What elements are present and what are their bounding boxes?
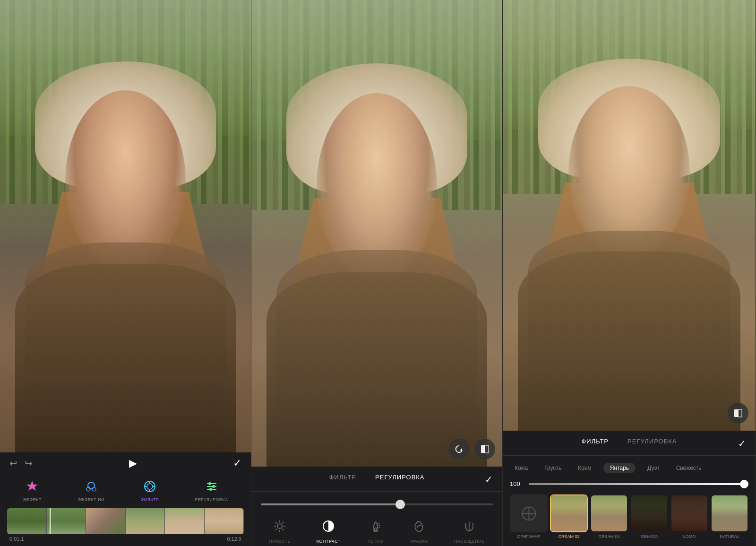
original-label: ОРИГИНАЛ — [517, 534, 540, 539]
cat-sadness[interactable]: Грусть — [540, 463, 566, 473]
timeline-frame-1 — [7, 508, 47, 534]
svg-rect-36 — [734, 409, 738, 417]
color-label: КРАСКА — [411, 539, 428, 544]
warmth-icon — [367, 517, 385, 535]
confirm-button-2[interactable]: ✓ — [485, 474, 493, 485]
tabs-2: ФИЛЬТР РЕГУЛИРОВКА — [251, 467, 502, 485]
video-preview-2 — [251, 0, 502, 467]
cat-fresh[interactable]: Свежесть — [671, 463, 706, 473]
timeline-frame-6 — [205, 508, 244, 534]
timeline-frame-4 — [126, 508, 165, 534]
timeline-playhead[interactable] — [50, 508, 51, 534]
tool-adjust[interactable]: РЕГУЛИРОВКА — [195, 478, 228, 502]
photo-person-2 — [276, 93, 477, 467]
cat-cream[interactable]: Крем — [573, 463, 596, 473]
intensity-fill — [529, 483, 748, 485]
intensity-thumb[interactable] — [740, 480, 748, 488]
slider-area — [251, 492, 502, 510]
photo-jacket-1 — [15, 264, 236, 452]
ginkgo-label: GINKGO — [641, 534, 658, 539]
adj-warmth[interactable]: ТЕПЛО — [367, 517, 385, 544]
main-slider[interactable] — [261, 503, 493, 505]
timeline-frame-2 — [47, 508, 86, 534]
tabs-container-2: ФИЛЬТР РЕГУЛИРОВКА ✓ — [251, 467, 502, 492]
filter-lomo[interactable]: LOMO — [670, 494, 708, 539]
saturation-label: НАСЫЩЕНИЕ — [454, 539, 485, 544]
adjustment-icons: ЯРКОСТЬ КОНТРАСТ — [251, 510, 502, 546]
adj-contrast[interactable]: КОНТРАСТ — [317, 517, 341, 544]
svg-rect-20 — [485, 445, 489, 453]
cream03-thumb-img — [550, 494, 588, 532]
svg-line-34 — [378, 525, 380, 526]
tab-filter-2[interactable]: ФИЛЬТР — [329, 474, 356, 485]
svg-point-7 — [147, 484, 153, 489]
slider-thumb[interactable] — [395, 500, 405, 509]
reset-button[interactable] — [449, 439, 470, 459]
intensity-slider[interactable] — [529, 483, 748, 485]
tab-divider-2 — [251, 491, 502, 492]
tab-adjust-3[interactable]: РЕГУЛИРОВКА — [627, 438, 677, 450]
svg-point-15 — [208, 482, 211, 485]
undo-button[interactable]: ↩ — [9, 458, 17, 469]
undo-redo-group: ↩ ↪ — [9, 458, 33, 469]
adj-saturation[interactable]: НАСЫЩЕНИЕ — [454, 517, 485, 544]
tab-filter-3[interactable]: ФИЛЬТР — [581, 438, 609, 450]
confirm-button[interactable]: ✓ — [233, 457, 241, 469]
filter-ginkgo[interactable]: GINKGO — [630, 494, 668, 539]
play-button[interactable]: ▶ — [129, 457, 137, 469]
adj-brightness[interactable]: ЯРКОСТЬ — [269, 517, 291, 544]
photo-jacket-2 — [266, 272, 487, 467]
effect-label: ЭФФЕКТ — [23, 497, 42, 502]
compare-button-3[interactable] — [728, 403, 748, 424]
svg-line-28 — [283, 529, 284, 530]
slider-fill — [261, 503, 400, 505]
photo-person-1 — [25, 90, 226, 452]
filter-natural[interactable]: NATURAL — [711, 494, 748, 539]
time-end: 0:12.9 — [227, 536, 241, 542]
tool-filter[interactable]: ФИЛЬТР — [141, 478, 159, 502]
panel-timeline: ↩ ↪ ▶ ✓ ЭФФЕКТ — [0, 0, 251, 546]
video-overlay-3 — [728, 403, 748, 424]
adjust-icon — [203, 478, 220, 495]
natural-label: NATURAL — [720, 534, 739, 539]
confirm-button-3[interactable]: ✓ — [738, 438, 746, 449]
natural-thumb-img — [711, 494, 748, 532]
ai-effect-icon — [83, 478, 100, 495]
compare-button-2[interactable] — [474, 439, 495, 459]
filter-categories: Кожа Грусть Крем Янтарь Дуэт Свежесть — [503, 456, 756, 478]
photo-person-3 — [528, 86, 730, 431]
filter-cream04[interactable]: CREAM 04 — [590, 494, 628, 539]
timeline-frame-5 — [165, 508, 205, 534]
filter-icon — [141, 478, 158, 495]
redo-button[interactable]: ↪ — [25, 458, 33, 469]
video-overlay-2 — [449, 439, 495, 459]
intensity-value: 100 — [510, 480, 524, 487]
svg-rect-37 — [738, 409, 742, 417]
filter-thumbnails: ОРИГИНАЛ CREAM 03 — [503, 492, 756, 546]
cream04-label: CREAM 04 — [598, 534, 619, 539]
cream04-thumb-img — [590, 494, 628, 532]
lomo-label: LOMO — [683, 534, 696, 539]
svg-point-16 — [212, 485, 215, 488]
panel-filter: ФИЛЬТР РЕГУЛИРОВКА ✓ Кожа Грусть Крем Ян… — [503, 0, 756, 546]
tabs-3: ФИЛЬТР РЕГУЛИРОВКА — [503, 431, 756, 450]
adj-color[interactable]: КРАСКА — [410, 517, 428, 544]
cat-skin[interactable]: Кожа — [510, 463, 533, 473]
svg-line-30 — [276, 529, 277, 530]
ginkgo-thumb-img — [630, 494, 668, 532]
saturation-icon — [460, 517, 478, 535]
filter-original[interactable]: ОРИГИНАЛ — [510, 494, 548, 539]
brightness-label: ЯРКОСТЬ — [269, 539, 291, 544]
effect-icon — [24, 478, 41, 495]
time-start: 0:01.1 — [9, 536, 24, 542]
filter-cream03[interactable]: CREAM 03 — [550, 494, 588, 539]
svg-line-33 — [378, 523, 380, 524]
cat-amber[interactable]: Янтарь — [603, 463, 636, 473]
tool-ai-effect[interactable]: ЭФФЕКТ ИИ — [77, 478, 104, 502]
timeline-strip[interactable] — [7, 508, 244, 534]
cat-duet[interactable]: Дуэт — [643, 463, 664, 473]
svg-point-22 — [277, 524, 282, 529]
adjust-label: РЕГУЛИРОВКА — [195, 497, 228, 502]
tab-adjust-2[interactable]: РЕГУЛИРОВКА — [375, 474, 425, 485]
tool-effect[interactable]: ЭФФЕКТ — [23, 478, 42, 502]
